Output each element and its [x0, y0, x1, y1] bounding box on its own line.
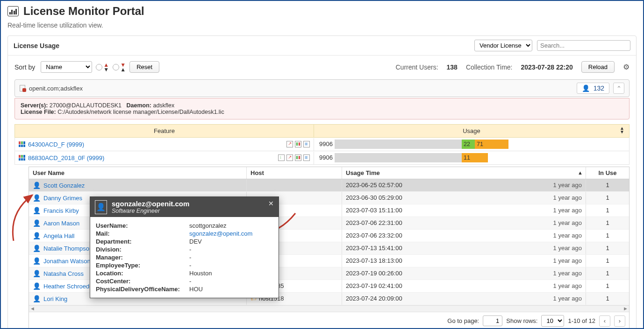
inuse-value: 1 — [586, 242, 629, 254]
server-status-icon — [20, 85, 25, 91]
user-link[interactable]: Aaron Mason — [43, 220, 79, 227]
usage-time: 2023-07-13 15:41:00 — [346, 245, 402, 252]
export-icon[interactable] — [286, 154, 293, 161]
user-link[interactable]: Natalie Thompson — [43, 245, 93, 252]
goto-page-input[interactable] — [483, 315, 502, 326]
popup-field-value: HOU — [189, 286, 203, 293]
col-header-inuse[interactable]: In Use — [586, 167, 629, 179]
inuse-value: 1 — [586, 293, 629, 305]
server-user-count-badge[interactable]: 👤 132 — [577, 83, 609, 94]
table-icon[interactable] — [303, 141, 310, 147]
inuse-value: 1 — [586, 179, 629, 191]
user-link[interactable]: Scott Gonzalez — [43, 182, 85, 189]
sort-asc-radio[interactable] — [96, 63, 109, 72]
feature-icon — [19, 155, 25, 161]
usage-segment-orange: 71 — [475, 140, 508, 149]
feature-row: 64300ACD_F (9999) 9906 22 71 — [14, 138, 630, 151]
page-range: 1-10 of 12 — [568, 317, 595, 324]
sort-indicator-icon: ▲▼ — [620, 126, 624, 134]
vendor-license-select[interactable]: Vendor License — [474, 40, 532, 51]
page-title: License Monitor Portal — [23, 5, 144, 18]
next-page-button[interactable]: › — [614, 315, 625, 327]
person-icon: 👤 — [33, 182, 41, 189]
col-header-usage[interactable]: Usage ▲▼ — [314, 125, 629, 137]
person-icon: 👤 — [33, 282, 41, 290]
sort-field-select[interactable]: Name — [41, 61, 92, 73]
user-link[interactable]: Angela Hall — [43, 232, 75, 239]
reload-button[interactable]: Reload — [581, 61, 615, 73]
page-subtitle: Real-time license utilization view. — [1, 19, 643, 35]
col-header-usagetime[interactable]: Usage Time▲ — [342, 167, 586, 179]
usage-time: 2023-07-03 15:11:00 — [346, 207, 402, 214]
popup-field-row: Mail:sgonzalez@openit.com — [96, 230, 273, 238]
show-rows-select[interactable]: 10 — [541, 315, 564, 327]
usage-bar: 9906 11 — [335, 153, 488, 162]
gear-icon[interactable]: ⚙ — [623, 63, 630, 71]
inuse-value: 1 — [586, 204, 629, 217]
user-details-popup: 👤 sgonzalez@openit.com Software Engineer… — [90, 196, 279, 298]
inuse-value: 1 — [586, 230, 629, 242]
usage-time: 2023-07-19 00:26:00 — [346, 270, 402, 277]
usage-time: 2023-07-24 20:09:00 — [346, 295, 402, 302]
current-users-value: 138 — [447, 63, 458, 71]
usage-time-ago: 1 year ago — [553, 207, 582, 214]
user-link[interactable]: Natasha Cross — [43, 270, 84, 277]
sort-desc-radio[interactable] — [113, 63, 126, 72]
user-link[interactable]: Lori King — [43, 295, 67, 302]
usage-time-ago: 1 year ago — [553, 257, 582, 264]
table-icon[interactable] — [303, 154, 310, 161]
server-info-panel: Server(s): 27000@DALLAUTODESK1 Daemon: a… — [14, 98, 630, 119]
export-icon[interactable] — [286, 141, 293, 147]
sort-asc-icon: ▲ — [578, 170, 583, 175]
collapse-server-button[interactable]: ⌃ — [613, 83, 624, 94]
chart-icon[interactable] — [295, 141, 301, 147]
col-header-host[interactable]: Host — [247, 167, 342, 179]
usage-segment-green: 22 — [462, 140, 475, 149]
search-input[interactable] — [537, 40, 630, 51]
usage-total: 9906 — [319, 140, 335, 147]
popup-field-value: - — [189, 278, 191, 285]
inuse-value: 1 — [586, 217, 629, 229]
usage-time-ago: 1 year ago — [553, 282, 582, 289]
col-header-username[interactable]: User Name — [29, 167, 247, 179]
usage-time: 2023-06-30 05:29:00 — [346, 194, 402, 201]
feature-table-header: Feature Usage ▲▼ — [14, 124, 630, 138]
feature-link[interactable]: 64300ACD_F (9999) — [19, 141, 84, 148]
close-icon[interactable]: ✕ — [268, 200, 274, 207]
inuse-value: 1 — [586, 192, 629, 204]
current-users-label: Current Users: — [396, 63, 438, 71]
prev-page-button[interactable]: ‹ — [599, 315, 610, 327]
server-name: openit.com;adskflex — [29, 85, 83, 92]
col-header-feature[interactable]: Feature — [15, 125, 314, 137]
usage-total: 9906 — [319, 154, 335, 161]
user-link[interactable]: Francis Kirby — [43, 207, 79, 214]
popup-field-row: Manager:- — [96, 253, 273, 261]
popup-field-value: - — [189, 254, 191, 261]
table-row[interactable]: 👤Scott Gonzalez 2023-06-25 02:57:001 yea… — [29, 179, 629, 192]
horizontal-scrollbar[interactable]: ◄► — [29, 305, 629, 312]
user-link[interactable]: Danny Grimes — [43, 195, 82, 202]
user-link[interactable]: Jonathan Watson — [43, 258, 91, 265]
feature-row: 86830ACD_2018_0F (9999) 9906 11 — [14, 151, 630, 165]
popup-field-value: - — [189, 246, 191, 253]
usage-time-ago: 1 year ago — [553, 232, 582, 239]
download-icon[interactable] — [278, 154, 285, 161]
person-icon: 👤 — [33, 245, 41, 252]
feature-link[interactable]: 86830ACD_2018_0F (9999) — [19, 154, 104, 161]
usage-time: 2023-07-19 02:41:00 — [346, 282, 402, 289]
popup-field-row: CostCenter:- — [96, 277, 273, 285]
usage-time-ago: 1 year ago — [553, 182, 582, 189]
usage-time: 2023-07-06 23:32:00 — [346, 232, 402, 239]
collection-time-value: 2023-07-28 22:20 — [521, 63, 572, 71]
chart-icon[interactable] — [295, 154, 301, 161]
user-link[interactable]: Heather Schroeder — [43, 283, 95, 290]
person-icon: 👤 — [33, 257, 41, 265]
usage-time-ago: 1 year ago — [553, 295, 582, 302]
popup-field-value[interactable]: sgonzalez@openit.com — [189, 230, 252, 237]
popup-field-value: DEV — [189, 238, 202, 245]
reset-button[interactable]: Reset — [129, 61, 159, 73]
popup-field-row: PhysicalDeliveryOfficeName:HOU — [96, 285, 273, 293]
popup-field-value: scottgonzalez — [189, 222, 227, 229]
popup-field-row: EmployeeType:- — [96, 261, 273, 269]
usage-bar: 9906 22 71 — [335, 140, 508, 149]
